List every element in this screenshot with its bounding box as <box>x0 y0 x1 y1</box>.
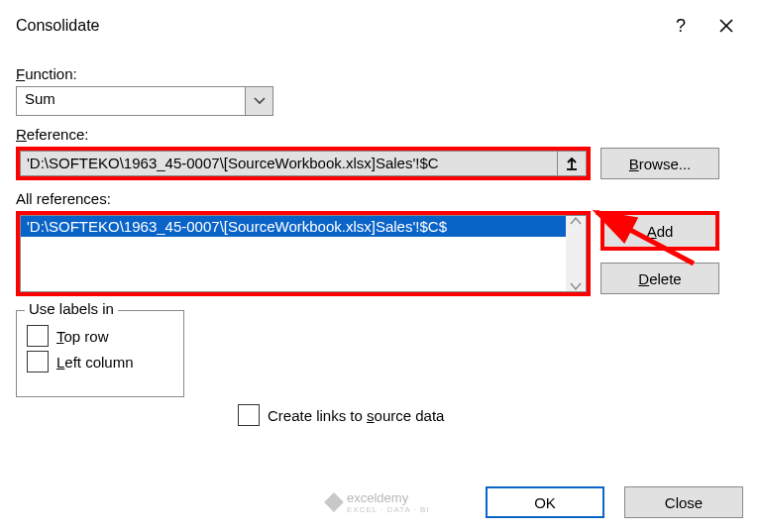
dialog-title: Consolidate <box>16 17 658 35</box>
watermark: exceldemy EXCEL · DATA · BI <box>327 490 430 514</box>
reference-row: 'D:\SOFTEKO\1963_45-0007\[SourceWorkbook… <box>16 147 591 180</box>
function-label: Function: <box>16 65 745 82</box>
create-links-checkbox[interactable] <box>238 404 260 426</box>
collapse-dialog-button[interactable] <box>557 151 587 176</box>
use-labels-legend: Use labels in <box>25 300 118 317</box>
create-links-row: Create links to source data <box>238 404 444 426</box>
watermark-icon <box>324 492 344 512</box>
chevron-down-icon[interactable] <box>245 87 272 115</box>
use-labels-fieldset: Use labels in Top row Left column <box>16 310 184 397</box>
all-references-listbox[interactable]: 'D:\SOFTEKO\1963_45-0007\[SourceWorkbook… <box>20 215 587 292</box>
list-item[interactable]: 'D:\SOFTEKO\1963_45-0007\[SourceWorkbook… <box>21 216 586 237</box>
delete-button[interactable]: Delete <box>600 263 719 294</box>
titlebar: Consolidate ? <box>0 0 761 48</box>
reference-input[interactable]: 'D:\SOFTEKO\1963_45-0007\[SourceWorkbook… <box>20 151 557 176</box>
top-row-label: Top row <box>56 328 109 345</box>
ok-button[interactable]: OK <box>486 486 604 518</box>
close-button[interactable]: Close <box>624 486 743 518</box>
browse-button[interactable]: Browse... <box>600 148 719 179</box>
create-links-label: Create links to source data <box>268 407 444 424</box>
function-combobox[interactable]: Sum <box>16 86 273 116</box>
close-x-button[interactable] <box>704 8 749 44</box>
top-row-checkbox[interactable] <box>27 325 49 347</box>
left-column-label: Left column <box>56 354 134 371</box>
add-button[interactable]: Add <box>600 211 719 251</box>
left-column-checkbox[interactable] <box>27 351 49 372</box>
all-references-label: All references: <box>16 190 745 207</box>
reference-label: Reference: <box>16 126 745 143</box>
dialog-footer: OK Close <box>486 486 743 518</box>
scrollbar[interactable] <box>566 216 586 291</box>
watermark-brand: exceldemy <box>347 490 430 505</box>
function-value: Sum <box>17 87 245 115</box>
help-button[interactable]: ? <box>658 8 704 44</box>
watermark-sub: EXCEL · DATA · BI <box>347 505 430 514</box>
dialog-body: Function: Sum Reference: 'D:\SOFTEKO\196… <box>0 48 761 409</box>
